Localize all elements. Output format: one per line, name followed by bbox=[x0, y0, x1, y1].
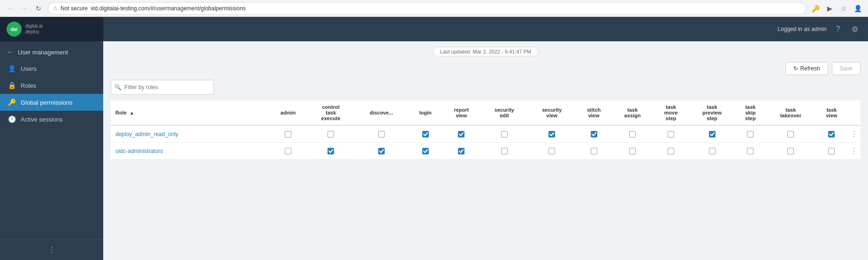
role-name-cell: deploy_admin_read_only bbox=[111, 125, 269, 143]
perm-cell-task-preview-step bbox=[689, 143, 735, 160]
perm-cell-admin bbox=[269, 125, 308, 143]
checkbox-report-view-row0[interactable] bbox=[458, 131, 464, 138]
checkbox-control-task-execute-row1[interactable] bbox=[327, 148, 334, 154]
col-header-task-skip-step: task skip step bbox=[735, 100, 766, 125]
filter-bar: 🔍 bbox=[111, 80, 860, 95]
sidebar-item-users-label: Users bbox=[21, 65, 37, 72]
checkbox-task-view-row0[interactable] bbox=[828, 131, 835, 138]
col-header-task-move-step: task move step bbox=[653, 100, 689, 125]
row-more-menu[interactable]: ⋮ bbox=[847, 143, 860, 160]
address-bar[interactable]: ⚠ Not secure xld.digitalai-testing.com/#… bbox=[48, 2, 806, 15]
checkbox-discover-row1[interactable] bbox=[378, 148, 385, 154]
filter-wrapper: 🔍 bbox=[111, 80, 214, 95]
logo-text: digital.ai deploy bbox=[25, 23, 43, 35]
checkbox-task-takeover-row1[interactable] bbox=[787, 148, 794, 154]
sidebar-item-global-permissions[interactable]: 🔑 Global permissions bbox=[0, 94, 103, 111]
col-header-security-edit: security edit bbox=[480, 100, 528, 125]
row-more-menu[interactable]: ⋮ bbox=[847, 125, 860, 143]
sidebar-item-users[interactable]: 👤 Users bbox=[0, 60, 103, 77]
checkbox-security-view-row0[interactable] bbox=[548, 131, 555, 138]
active-sessions-icon: 🕐 bbox=[8, 115, 16, 123]
perm-cell-report-view bbox=[442, 125, 480, 143]
refresh-button[interactable]: ↻ Refresh bbox=[785, 62, 828, 75]
col-header-task-view: task view bbox=[816, 100, 847, 125]
logged-in-text: Logged in as admin bbox=[777, 26, 827, 32]
sidebar-expand-btn[interactable]: ⋮ bbox=[4, 244, 99, 256]
section-title: User management bbox=[18, 49, 68, 56]
checkbox-task-preview-step-row0[interactable] bbox=[709, 131, 716, 138]
bookmark-icon[interactable]: ☆ bbox=[838, 3, 849, 14]
checkbox-security-view-row1[interactable] bbox=[548, 148, 555, 154]
perm-cell-task-move-step bbox=[653, 125, 689, 143]
cast-icon[interactable]: ▶ bbox=[824, 3, 835, 14]
perm-cell-task-skip-step bbox=[735, 143, 766, 160]
checkbox-stitch-view-row0[interactable] bbox=[591, 131, 597, 138]
col-header-report-view: report view bbox=[442, 100, 480, 125]
key-icon[interactable]: 🔑 bbox=[810, 3, 821, 14]
perm-cell-control-task-execute bbox=[308, 143, 354, 160]
refresh-label: Refresh bbox=[800, 65, 820, 72]
back-button[interactable]: ← bbox=[5, 3, 16, 14]
save-button[interactable]: Save bbox=[832, 62, 860, 75]
checkbox-task-skip-step-row0[interactable] bbox=[747, 131, 754, 138]
perm-cell-stitch-view bbox=[576, 125, 612, 143]
sidebar-bottom: ⋮ bbox=[0, 239, 103, 260]
table-row: oidc-administrators⋮ bbox=[111, 143, 860, 160]
col-header-task-assign: task assign bbox=[612, 100, 653, 125]
perm-cell-task-view bbox=[816, 125, 847, 143]
checkbox-report-view-row1[interactable] bbox=[458, 148, 464, 154]
checkbox-task-view-row1[interactable] bbox=[828, 148, 835, 154]
checkbox-admin-row1[interactable] bbox=[285, 148, 291, 154]
checkbox-task-assign-row1[interactable] bbox=[629, 148, 636, 154]
sidebar-header: dai digital.ai deploy bbox=[0, 17, 103, 41]
perm-cell-security-edit bbox=[480, 125, 528, 143]
back-arrow-icon: ← bbox=[7, 48, 14, 56]
roles-icon: 🔒 bbox=[8, 82, 16, 89]
checkbox-login-row1[interactable] bbox=[422, 148, 429, 154]
forward-button[interactable]: → bbox=[19, 3, 30, 14]
perm-cell-task-move-step bbox=[653, 143, 689, 160]
browser-chrome: ← → ↻ ⚠ Not secure xld.digitalai-testing… bbox=[0, 0, 868, 17]
sidebar-item-roles[interactable]: 🔒 Roles bbox=[0, 77, 103, 94]
col-header-role: Role ▲ bbox=[111, 100, 269, 125]
section-header[interactable]: ← User management bbox=[0, 41, 103, 60]
settings-icon[interactable]: ⚙ bbox=[849, 23, 860, 35]
help-icon[interactable]: ? bbox=[832, 23, 844, 35]
checkbox-discover-row0[interactable] bbox=[378, 131, 385, 138]
app-container: dai digital.ai deploy ← User management … bbox=[0, 17, 868, 260]
perm-cell-login bbox=[409, 143, 442, 160]
perm-cell-report-view bbox=[442, 143, 480, 160]
checkbox-security-edit-row0[interactable] bbox=[501, 131, 508, 138]
perm-cell-task-takeover bbox=[766, 143, 816, 160]
checkbox-task-move-step-row0[interactable] bbox=[668, 131, 674, 138]
permissions-table: Role ▲ admin control task execute discov… bbox=[111, 100, 860, 160]
filter-input[interactable] bbox=[111, 80, 214, 95]
checkbox-control-task-execute-row0[interactable] bbox=[327, 131, 334, 138]
browser-right-actions: 🔑 ▶ ☆ 👤 bbox=[810, 3, 863, 14]
checkbox-admin-row0[interactable] bbox=[285, 131, 291, 138]
profile-icon[interactable]: 👤 bbox=[852, 3, 863, 14]
checkbox-task-skip-step-row1[interactable] bbox=[747, 148, 754, 154]
checkbox-security-edit-row1[interactable] bbox=[501, 148, 508, 154]
perm-cell-control-task-execute bbox=[308, 125, 354, 143]
checkbox-task-move-step-row1[interactable] bbox=[668, 148, 674, 154]
checkbox-task-preview-step-row1[interactable] bbox=[709, 148, 716, 154]
checkbox-task-assign-row0[interactable] bbox=[629, 131, 636, 138]
more-icon[interactable]: ⋮ bbox=[850, 147, 858, 155]
checkbox-login-row0[interactable] bbox=[422, 131, 429, 138]
security-warning-icon: ⚠ bbox=[53, 5, 58, 11]
reload-button[interactable]: ↻ bbox=[33, 3, 44, 14]
sort-arrow-icon: ▲ bbox=[129, 110, 134, 115]
col-header-discover: discove... bbox=[354, 100, 409, 125]
perm-cell-admin bbox=[269, 143, 308, 160]
filter-search-icon: 🔍 bbox=[114, 84, 122, 91]
checkbox-task-takeover-row0[interactable] bbox=[787, 131, 794, 138]
users-icon: 👤 bbox=[8, 65, 16, 72]
sidebar-item-active-sessions[interactable]: 🕐 Active sessions bbox=[0, 111, 103, 128]
col-header-control-task-execute: control task execute bbox=[308, 100, 354, 125]
table-header-row: Role ▲ admin control task execute discov… bbox=[111, 100, 860, 125]
checkbox-stitch-view-row1[interactable] bbox=[591, 148, 597, 154]
perm-cell-task-assign bbox=[612, 143, 653, 160]
sidebar-nav: 👤 Users 🔒 Roles 🔑 Global permissions 🕐 A… bbox=[0, 60, 103, 239]
more-icon[interactable]: ⋮ bbox=[850, 130, 858, 138]
